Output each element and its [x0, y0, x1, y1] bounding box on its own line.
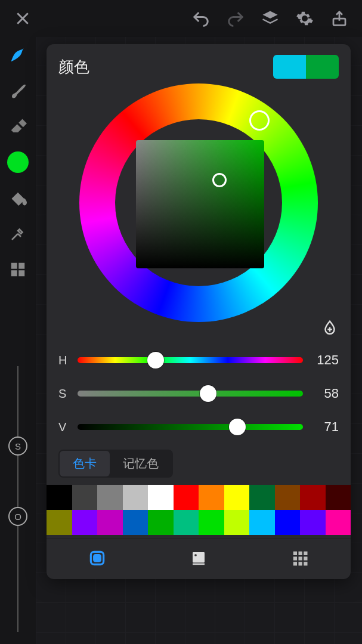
- palette-swatch[interactable]: [249, 485, 275, 510]
- size-slider-track[interactable]: [17, 366, 18, 444]
- brush-tool-button[interactable]: [6, 79, 30, 103]
- eyedropper-tool-button[interactable]: [6, 222, 30, 246]
- palette-swatch[interactable]: [224, 485, 250, 510]
- sat-row: S 58: [58, 377, 339, 410]
- palette-swatch[interactable]: [123, 510, 148, 535]
- between-slider-track[interactable]: [17, 448, 18, 514]
- tab-memory[interactable]: 记忆色: [110, 451, 172, 476]
- sat-thumb[interactable]: [200, 385, 216, 402]
- size-slider-knob[interactable]: S: [8, 436, 27, 456]
- opacity-slider-track[interactable]: [17, 519, 18, 632]
- sat-value: 58: [311, 386, 339, 401]
- palette-row: [47, 485, 351, 510]
- svg-rect-18: [304, 562, 307, 565]
- tab-colorcard[interactable]: 色卡: [60, 451, 110, 476]
- mode-grid-button[interactable]: [287, 545, 313, 571]
- hsv-sliders: H 125 S 58 V 71: [58, 343, 339, 444]
- svg-rect-1: [11, 263, 17, 269]
- close-icon: [14, 10, 32, 27]
- svg-rect-13: [293, 556, 297, 560]
- hue-slider[interactable]: [78, 357, 303, 363]
- palette-swatch[interactable]: [174, 485, 199, 510]
- val-thumb[interactable]: [229, 419, 246, 435]
- brush-vertical-sliders: S O: [8, 366, 27, 644]
- swatch-pair[interactable]: [273, 55, 339, 79]
- palette-swatch[interactable]: [72, 510, 98, 535]
- palette-swatch[interactable]: [326, 510, 351, 535]
- grid-mode-icon: [291, 549, 309, 567]
- palette-swatch[interactable]: [72, 485, 98, 510]
- undo-icon: [192, 10, 210, 27]
- hue-thumb[interactable]: [147, 352, 164, 369]
- palette-swatch[interactable]: [224, 510, 250, 535]
- svg-rect-4: [18, 270, 24, 276]
- swatch-mode-icon: [88, 549, 107, 568]
- redo-button[interactable]: [224, 7, 247, 30]
- top-toolbar: [0, 0, 362, 37]
- val-value: 71: [311, 419, 339, 435]
- svg-rect-3: [11, 270, 17, 276]
- palette-swatch[interactable]: [148, 485, 174, 510]
- palette-swatch[interactable]: [123, 485, 148, 510]
- palette-swatch[interactable]: [47, 485, 72, 510]
- palette-swatch[interactable]: [47, 510, 72, 535]
- bucket-icon: [9, 189, 27, 207]
- palette-swatch[interactable]: [97, 510, 123, 535]
- palette-swatch[interactable]: [275, 485, 301, 510]
- sv-box[interactable]: [136, 140, 264, 268]
- add-swatch-button[interactable]: [320, 318, 340, 339]
- color-dot-icon: [7, 151, 29, 173]
- sat-slider[interactable]: [78, 391, 303, 397]
- opacity-slider-knob[interactable]: O: [8, 507, 27, 526]
- palette-swatch[interactable]: [199, 510, 224, 535]
- classic-mode-icon: [190, 549, 208, 567]
- svg-point-8: [194, 554, 197, 556]
- palette-swatch[interactable]: [326, 485, 351, 510]
- settings-button[interactable]: [293, 7, 317, 30]
- hue-value: 125: [311, 352, 339, 368]
- palette-tabs: 色卡 记忆色: [58, 450, 173, 478]
- selection-tool-button[interactable]: [6, 258, 30, 281]
- color-panel: 颜色 H 125 S 58 V 71 色: [47, 44, 351, 579]
- undo-button[interactable]: [189, 7, 213, 30]
- pen-tool-button[interactable]: [6, 43, 30, 67]
- palette-swatch[interactable]: [249, 510, 275, 535]
- color-panel-header: 颜色: [58, 55, 339, 79]
- palette-strip: [47, 485, 351, 535]
- svg-rect-17: [299, 562, 302, 565]
- secondary-swatch[interactable]: [306, 55, 339, 79]
- svg-rect-2: [18, 263, 24, 269]
- palette-swatch[interactable]: [148, 510, 174, 535]
- svg-rect-11: [299, 551, 302, 555]
- svg-rect-7: [193, 552, 205, 563]
- mode-swatch-button[interactable]: [84, 545, 110, 571]
- panel-footer: [47, 538, 351, 577]
- sat-label: S: [58, 387, 69, 401]
- panel-title: 颜色: [58, 57, 89, 78]
- palette-swatch[interactable]: [275, 510, 301, 535]
- sv-cursor[interactable]: [212, 173, 227, 187]
- primary-swatch[interactable]: [273, 55, 306, 79]
- svg-rect-10: [293, 551, 297, 555]
- palette-swatch[interactable]: [97, 485, 123, 510]
- drop-plus-icon: [321, 319, 339, 337]
- eraser-tool-button[interactable]: [6, 114, 30, 138]
- eraser-icon: [9, 117, 27, 135]
- share-button[interactable]: [327, 7, 351, 30]
- close-button[interactable]: [11, 7, 35, 30]
- palette-swatch[interactable]: [300, 510, 326, 535]
- palette-swatch[interactable]: [300, 485, 326, 510]
- hue-label: H: [58, 354, 69, 367]
- mode-classic-button[interactable]: [185, 545, 212, 571]
- palette-swatch[interactable]: [174, 510, 199, 535]
- color-wheel-area: [58, 83, 339, 340]
- grid4-icon: [9, 261, 27, 278]
- layers-button[interactable]: [258, 7, 282, 30]
- fill-tool-button[interactable]: [6, 186, 30, 210]
- palette-swatch[interactable]: [199, 485, 224, 510]
- current-color-button[interactable]: [6, 150, 30, 174]
- share-icon: [330, 10, 348, 27]
- svg-rect-15: [304, 556, 307, 560]
- pen-icon: [9, 46, 27, 64]
- val-slider[interactable]: [78, 424, 303, 430]
